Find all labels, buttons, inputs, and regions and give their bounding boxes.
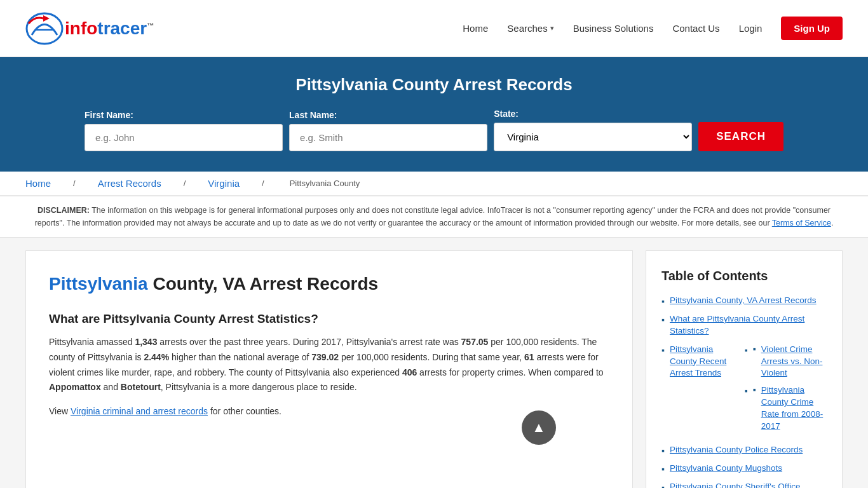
disclaimer-tos-link[interactable]: Terms of Service <box>772 219 831 227</box>
section1-paragraph2: View Virginia criminal and arrest record… <box>49 404 607 419</box>
first-name-label: First Name: <box>85 110 283 120</box>
first-name-input[interactable] <box>85 124 283 151</box>
section1-heading: What are Pittsylvania County Arrest Stat… <box>49 312 607 326</box>
toc-item-link[interactable]: Pittsylvania County Sheriff's Office <box>670 481 800 488</box>
article-heading-rest: County, VA Arrest Records <box>148 274 379 294</box>
toc-item-link[interactable]: Pittsylvania County Police Records <box>670 444 803 456</box>
disclaimer-text: The information on this webpage is for g… <box>35 206 831 227</box>
article-heading-highlight: Pittsylvania <box>49 274 148 294</box>
hero-section: Pittsylvania County Arrest Records First… <box>0 57 868 172</box>
disclaimer-label: DISCLAIMER: <box>37 206 90 215</box>
toc-item-link[interactable]: Pittsylvania County Recent Arrest Trends <box>670 344 735 380</box>
nav-home[interactable]: Home <box>463 23 488 34</box>
searches-chevron-icon: ▾ <box>550 24 554 32</box>
breadcrumb-sep2: / <box>184 179 186 188</box>
logo-icon <box>25 11 64 46</box>
breadcrumb-virginia[interactable]: Virginia <box>208 178 240 189</box>
toc-item-link[interactable]: Pittsylvania County Mugshots <box>670 463 782 475</box>
disclaimer-tos-end: . <box>831 219 833 227</box>
search-form: First Name: Last Name: State: AlabamaAla… <box>85 109 783 151</box>
nav-contact-us[interactable]: Contact Us <box>672 23 719 34</box>
state-label: State: <box>494 109 692 119</box>
breadcrumb-arrest-records[interactable]: Arrest Records <box>98 178 161 189</box>
nav-signup[interactable]: Sign Up <box>781 17 843 40</box>
toc-item: Pittsylvania County, VA Arrest Records <box>661 295 827 307</box>
toc-item: Pittsylvania County Recent Arrest Trends… <box>661 344 827 438</box>
nav-login[interactable]: Login <box>739 23 763 34</box>
breadcrumb-home[interactable]: Home <box>25 178 51 189</box>
section1-paragraph1: Pittsylvania amassed 1,343 arrests over … <box>49 335 607 395</box>
breadcrumb: Home / Arrest Records / Virginia / Pitts… <box>0 172 868 196</box>
toc-subitem-link[interactable]: Violent Crime Arrests vs. Non-Violent <box>761 344 827 380</box>
toc-subitem: ▪Violent Crime Arrests vs. Non-Violent <box>745 344 827 380</box>
logo-text: infotracer™ <box>65 18 154 39</box>
main-nav: Home Searches ▾ Business Solutions Conta… <box>463 17 843 40</box>
toc-item-link[interactable]: Pittsylvania County, VA Arrest Records <box>670 295 817 307</box>
toc-item: Pittsylvania County Sheriff's Office <box>661 481 827 488</box>
toc-heading: Table of Contents <box>661 269 827 283</box>
main-content: Pittsylvania County, VA Arrest Records W… <box>0 238 868 488</box>
nav-searches[interactable]: Searches ▾ <box>507 23 553 34</box>
first-name-group: First Name: <box>85 110 283 151</box>
virginia-records-link[interactable]: Virginia criminal and arrest records <box>71 406 208 416</box>
scroll-top-button[interactable]: ▲ <box>522 410 556 445</box>
toc-list: Pittsylvania County, VA Arrest RecordsWh… <box>661 295 827 488</box>
sidebar: Table of Contents Pittsylvania County, V… <box>646 250 843 488</box>
breadcrumb-sep1: / <box>73 179 76 188</box>
last-name-label: Last Name: <box>289 110 487 120</box>
breadcrumb-sep3: / <box>262 179 264 188</box>
toc-subitem-link[interactable]: Pittsylvania County Crime Rate from 2008… <box>761 384 827 433</box>
svg-marker-2 <box>43 15 50 22</box>
hero-title: Pittsylvania County Arrest Records <box>25 75 843 95</box>
last-name-group: Last Name: <box>289 110 487 151</box>
header: infotracer™ Home Searches ▾ Business Sol… <box>0 0 868 57</box>
article-section1: What are Pittsylvania County Arrest Stat… <box>49 312 607 419</box>
disclaimer: DISCLAIMER: The information on this webp… <box>0 196 868 238</box>
article-heading: Pittsylvania County, VA Arrest Records <box>49 274 607 294</box>
nav-business-solutions[interactable]: Business Solutions <box>573 23 654 34</box>
scroll-top-icon: ▲ <box>532 419 546 436</box>
state-group: State: AlabamaAlaskaArizonaArkansasCalif… <box>494 109 692 151</box>
toc-item: Pittsylvania County Police Records <box>661 444 827 456</box>
toc-item: What are Pittsylvania County Arrest Stat… <box>661 313 827 337</box>
toc-subitem: ▪Pittsylvania County Crime Rate from 200… <box>745 384 827 433</box>
search-button[interactable]: SEARCH <box>698 122 783 151</box>
last-name-input[interactable] <box>289 124 487 151</box>
article: Pittsylvania County, VA Arrest Records W… <box>25 250 633 488</box>
toc-item-link[interactable]: What are Pittsylvania County Arrest Stat… <box>670 313 827 337</box>
breadcrumb-pittsylvania: Pittsylvania County <box>290 179 360 188</box>
state-select[interactable]: AlabamaAlaskaArizonaArkansasCaliforniaCo… <box>494 123 692 151</box>
logo: infotracer™ <box>25 11 154 46</box>
toc-item: Pittsylvania County Mugshots <box>661 463 827 475</box>
